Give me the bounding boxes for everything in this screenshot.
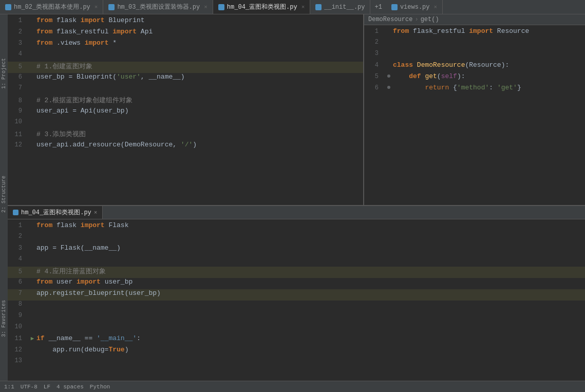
code-line: 11 ▶ if __name__ == '__main__': bbox=[8, 334, 585, 346]
code-line: 7 bbox=[8, 84, 363, 96]
svg-point-0 bbox=[387, 74, 390, 78]
breadcrumb-file: DemoResource bbox=[368, 16, 412, 23]
tab-icon bbox=[13, 210, 18, 215]
code-line: 7 app.register_blueprint(user_bp) bbox=[8, 289, 585, 301]
code-line: 4 bbox=[8, 50, 363, 62]
tab-label: hm_04_蓝图和类视图.py bbox=[227, 3, 297, 11]
tab-overflow[interactable]: +1 bbox=[370, 4, 386, 11]
code-line: 1 from flask import Flask bbox=[8, 221, 585, 233]
breadcrumb-method: get() bbox=[421, 16, 439, 23]
tab-icon bbox=[108, 4, 115, 10]
status-line-ending: LF bbox=[44, 384, 50, 390]
tab-hm04[interactable]: hm_04_蓝图和类视图.py × bbox=[213, 0, 310, 14]
tab-close[interactable]: × bbox=[204, 4, 207, 10]
tab-close[interactable]: × bbox=[434, 4, 438, 10]
bottom-tab-close[interactable]: × bbox=[94, 210, 98, 216]
tab-label: hm_02_类视图基本使用.py bbox=[14, 3, 90, 11]
right-code-area[interactable]: 1 from flask_restful import Resource 2 3 bbox=[364, 25, 585, 205]
code-line: 2 from flask_restful import Api bbox=[8, 28, 363, 39]
bottom-tab-bar: hm_04_蓝图和类视图.py × bbox=[8, 206, 585, 219]
tab-label: views.py bbox=[400, 4, 430, 11]
code-line: 5 def get(self): bbox=[364, 72, 585, 84]
tab-hm03[interactable]: hm_03_类视图设置装饰器.py × bbox=[103, 0, 213, 14]
code-line: 4 bbox=[8, 255, 585, 267]
right-editor: DemoResource › get() 1 from flask_restfu… bbox=[364, 14, 585, 205]
tab-icon bbox=[315, 4, 322, 10]
code-line: 5 # 1.创建蓝图对象 bbox=[8, 62, 363, 73]
code-line: 11 # 3.添加类视图 bbox=[8, 129, 363, 141]
code-line: 10 bbox=[8, 118, 363, 129]
bottom-code-area[interactable]: 1 from flask import Flask 2 3 app = Flas… bbox=[8, 219, 585, 381]
main-area: 1: Project 2: Structure 3: Favorites 1 f… bbox=[0, 14, 585, 381]
status-bar: 1:1 UTF-8 LF 4 spaces Python bbox=[0, 381, 585, 392]
tab-close[interactable]: × bbox=[95, 4, 98, 10]
run-marker-icon[interactable]: ▶ bbox=[31, 335, 34, 342]
tab-icon bbox=[218, 4, 224, 10]
code-line: 13 bbox=[8, 357, 585, 368]
tab-close[interactable]: × bbox=[301, 4, 305, 10]
code-line: 3 app = Flask(__name__) bbox=[8, 244, 585, 255]
tab-label: hm_03_类视图设置装饰器.py bbox=[117, 3, 200, 11]
code-line: 12 app.run(debug=True) bbox=[8, 346, 585, 357]
bottom-tab[interactable]: hm_04_蓝图和类视图.py × bbox=[8, 206, 103, 219]
code-line: 3 bbox=[364, 50, 585, 61]
code-line: 6 return {'method': 'get'} bbox=[364, 84, 585, 95]
status-indent: 4 spaces bbox=[56, 384, 84, 390]
code-line: 1 from flask import Blueprint bbox=[8, 16, 363, 28]
tab-label: __init__.py bbox=[324, 4, 365, 11]
tab-views[interactable]: views.py × bbox=[386, 0, 443, 14]
side-label-project[interactable]: 1: Project bbox=[1, 58, 7, 89]
status-filetype: Python bbox=[90, 384, 110, 390]
tab-bar: hm_02_类视图基本使用.py × hm_03_类视图设置装饰器.py × h… bbox=[0, 0, 585, 14]
code-line: 10 bbox=[8, 323, 585, 334]
code-line: 4 class DemoResource(Resource): bbox=[364, 61, 585, 72]
code-line: 8 # 2.根据蓝图对象创建组件对象 bbox=[8, 96, 363, 107]
code-line: 8 bbox=[8, 301, 585, 312]
top-split: 1 from flask import Blueprint 2 from fla… bbox=[8, 14, 585, 206]
editors-container: 1 from flask import Blueprint 2 from fla… bbox=[8, 14, 585, 381]
code-line: 9 user_api = Api(user_bp) bbox=[8, 107, 363, 118]
code-line: 2 bbox=[364, 39, 585, 50]
code-line: 1 from flask_restful import Resource bbox=[364, 27, 585, 39]
code-line: 3 from .views import * bbox=[8, 39, 363, 50]
tab-icon bbox=[391, 4, 398, 10]
code-line: 5 # 4.应用注册蓝图对象 bbox=[8, 267, 585, 278]
bottom-tab-label: hm_04_蓝图和类视图.py bbox=[21, 208, 91, 217]
tab-hm02[interactable]: hm_02_类视图基本使用.py × bbox=[0, 0, 103, 14]
side-label-structure[interactable]: 2: Structure bbox=[1, 176, 7, 213]
code-line: 6 from user import user_bp bbox=[8, 278, 585, 289]
code-line: 9 bbox=[8, 312, 585, 323]
side-label-favorites[interactable]: 3: Favorites bbox=[1, 300, 7, 337]
svg-point-1 bbox=[387, 86, 390, 89]
code-line: 2 bbox=[8, 233, 585, 244]
status-line-col: 1:1 bbox=[4, 384, 14, 390]
side-labels: 1: Project 2: Structure 3: Favorites bbox=[0, 14, 8, 381]
code-line: 12 user_api.add_resource(DemoResource, '… bbox=[8, 141, 363, 152]
left-top-code-area[interactable]: 1 from flask import Blueprint 2 from fla… bbox=[8, 14, 363, 205]
left-editor-top: 1 from flask import Blueprint 2 from fla… bbox=[8, 14, 364, 205]
bottom-editor: hm_04_蓝图和类视图.py × 1 from flask import Fl… bbox=[8, 206, 585, 381]
tab-init[interactable]: __init__.py bbox=[310, 0, 370, 14]
tab-icon bbox=[5, 4, 11, 10]
breadcrumb-bar: DemoResource › get() bbox=[364, 14, 585, 25]
status-encoding: UTF-8 bbox=[21, 384, 37, 390]
code-line: 6 user_bp = Blueprint('user', __name__) bbox=[8, 73, 363, 84]
